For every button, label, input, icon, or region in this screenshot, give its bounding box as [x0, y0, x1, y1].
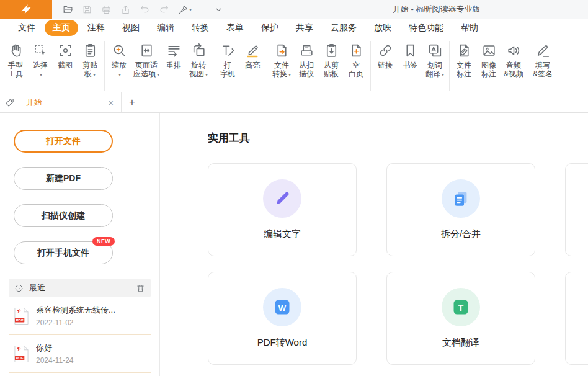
collapse-toolbar-button[interactable]: [211, 2, 226, 16]
menu-tab-cloud[interactable]: 云服务: [323, 20, 365, 36]
recent-file[interactable]: PDF你好2024-11-24: [9, 335, 151, 373]
ribbon-item-select[interactable]: 选择▾: [28, 41, 53, 81]
save-button[interactable]: [79, 2, 95, 16]
tool-card-split-merge[interactable]: 拆分/合并: [386, 163, 535, 256]
pdf-file-icon-box: PDF: [14, 307, 29, 325]
tool-card-pdf-to-word[interactable]: WPDF转Word: [208, 272, 357, 365]
sidebar-button-open-file[interactable]: 打开文件: [14, 130, 113, 153]
ribbon-item-page-fit[interactable]: 页面适应选项▾: [131, 41, 161, 81]
menu-tab-present[interactable]: 放映: [366, 20, 399, 36]
fill-sign-icon: [535, 43, 551, 58]
sidebar-button-scanner-create[interactable]: 扫描仪创建: [14, 204, 113, 227]
dropdown-caret: ▾: [118, 72, 121, 78]
tab-close-icon[interactable]: ×: [106, 98, 115, 107]
clock-icon: [14, 284, 24, 293]
tool-card-partial-right-bottom[interactable]: [565, 272, 588, 365]
ribbon-item-bookmark[interactable]: 书签: [398, 41, 422, 71]
new-tab-button[interactable]: +: [122, 92, 143, 112]
ribbon-item-label: 音频&视频: [504, 61, 523, 78]
ribbon-item-clipboard[interactable]: 剪贴板▾: [78, 41, 102, 81]
app-logo-button[interactable]: [0, 0, 52, 19]
label-line: ▾: [117, 69, 121, 79]
ribbon-item-from-clipboard[interactable]: 从剪贴板: [319, 41, 344, 80]
menu-tab-help[interactable]: 帮助: [453, 20, 486, 36]
recent-file-list: PDF乘客检测系统无线传...2022-11-02PDF你好2024-11-24: [0, 297, 159, 373]
label-line: 从扫: [299, 61, 314, 69]
tag-tool-button[interactable]: [0, 92, 19, 112]
menu-tab-home[interactable]: 主页: [45, 20, 78, 36]
label-line: 划词: [427, 61, 442, 69]
split-merge-card-icon: [452, 189, 470, 208]
label-line: 从剪: [324, 61, 339, 69]
card-label: 拆分/合并: [441, 228, 481, 240]
recent-label: 最近: [29, 282, 45, 293]
ribbon-item-typewriter[interactable]: 打字机: [215, 41, 240, 80]
ribbon-item-label: 划词翻译▾: [425, 61, 444, 79]
label-line: ▾: [38, 69, 42, 79]
menu-tab-share[interactable]: 共享: [288, 20, 321, 36]
label-line: 图像: [481, 61, 496, 69]
svg-text:W: W: [278, 303, 287, 313]
tool-card-edit-text[interactable]: 编辑文字: [208, 163, 357, 256]
pdf-file-icon: PDF: [14, 307, 29, 325]
label-line: &视频: [504, 69, 523, 78]
menu-tab-form[interactable]: 表单: [218, 20, 252, 36]
from-clipboard-icon: [324, 43, 339, 58]
ribbon-item-highlight[interactable]: 高亮: [240, 41, 265, 71]
menu-tab-edit[interactable]: 编辑: [149, 20, 182, 36]
translate-card-icon: T: [452, 298, 470, 316]
menu-tab-comment[interactable]: 注释: [79, 20, 113, 36]
ribbon-item-reflow[interactable]: 重排: [161, 41, 186, 71]
clear-recent-button[interactable]: [136, 284, 145, 293]
menu-tab-protect[interactable]: 保护: [253, 20, 287, 36]
main-content: 实用工具 编辑文字拆分/合并WPDF转WordT文档翻译: [160, 113, 588, 376]
label-line: 翻译▾: [425, 69, 444, 79]
tool-card-doc-translate[interactable]: T文档翻译: [386, 272, 535, 365]
ribbon-group-6: 填写&签名: [528, 41, 557, 91]
redo-button[interactable]: [156, 2, 172, 16]
undo-button[interactable]: [137, 2, 153, 16]
document-tab-start[interactable]: 开始×: [19, 92, 122, 112]
label-line: &签名: [533, 69, 553, 78]
ribbon-item-zoom[interactable]: 缩放▾: [107, 41, 131, 81]
tool-card-partial-right-top[interactable]: [565, 163, 588, 256]
export-button[interactable]: [118, 2, 133, 16]
card-label: PDF转Word: [257, 337, 308, 349]
ribbon-item-label: 从扫描仪: [299, 61, 314, 78]
ribbon-toolbar: 手型工具选择▾截图剪贴板▾缩放▾页面适应选项▾重排旋转视图▾打字机高亮文件转换▾…: [0, 37, 588, 92]
print-button[interactable]: [99, 2, 114, 16]
open-file-button[interactable]: [60, 2, 76, 16]
ribbon-item-label: 文件标注: [457, 61, 471, 78]
ribbon-item-file-annotation[interactable]: 文件标注: [452, 41, 476, 80]
menu-tab-features[interactable]: 特色功能: [401, 20, 452, 36]
clipboard-icon: [82, 43, 98, 58]
ribbon-item-rotate-view[interactable]: 旋转视图▾: [186, 41, 211, 81]
label-line: 工具: [8, 69, 23, 78]
recent-file[interactable]: PDF乘客检测系统无线传...2022-11-02: [9, 297, 151, 335]
audio-video-icon: [506, 43, 522, 58]
menu-tab-view[interactable]: 视图: [114, 20, 148, 36]
ribbon-item-word-translate[interactable]: 划词翻译▾: [422, 41, 447, 81]
ribbon-item-audio-video[interactable]: 音频&视频: [501, 41, 526, 80]
ribbon-item-snapshot[interactable]: 截图: [53, 41, 78, 71]
ribbon-item-hand-tool[interactable]: 手型工具: [3, 41, 28, 80]
sidebar-button-open-mobile-file[interactable]: 打开手机文件NEW: [14, 241, 113, 264]
ribbon-item-image-annotation[interactable]: 图像标注: [476, 41, 501, 80]
label-line: 标注: [457, 69, 471, 78]
ribbon-item-blank-page[interactable]: 空白页: [344, 41, 368, 80]
ribbon-item-link[interactable]: 链接: [373, 41, 398, 71]
sidebar-button-new-pdf[interactable]: 新建PDF: [14, 167, 113, 190]
menu-tab-convert[interactable]: 转换: [184, 20, 217, 36]
dropdown-caret: ▾: [442, 72, 444, 78]
foxit-logo-icon: [19, 2, 33, 16]
ribbon-item-label: 链接: [378, 61, 393, 69]
quick-access-toolbar: ▾: [58, 2, 228, 16]
window-title: 开始 - 福昕阅读器专业版: [393, 0, 481, 19]
menu-tab-file[interactable]: 文件: [10, 20, 43, 36]
ribbon-item-fill-sign[interactable]: 填写&签名: [530, 41, 555, 80]
format-brush-button[interactable]: ▾: [176, 2, 194, 16]
link-icon: [378, 43, 393, 58]
ribbon-item-file-convert[interactable]: 文件转换▾: [269, 41, 294, 81]
app-window: { "app": { "title": "开始 - 福昕阅读器专业版" }, "…: [0, 0, 588, 376]
ribbon-item-from-scanner[interactable]: 从扫描仪: [294, 41, 319, 80]
